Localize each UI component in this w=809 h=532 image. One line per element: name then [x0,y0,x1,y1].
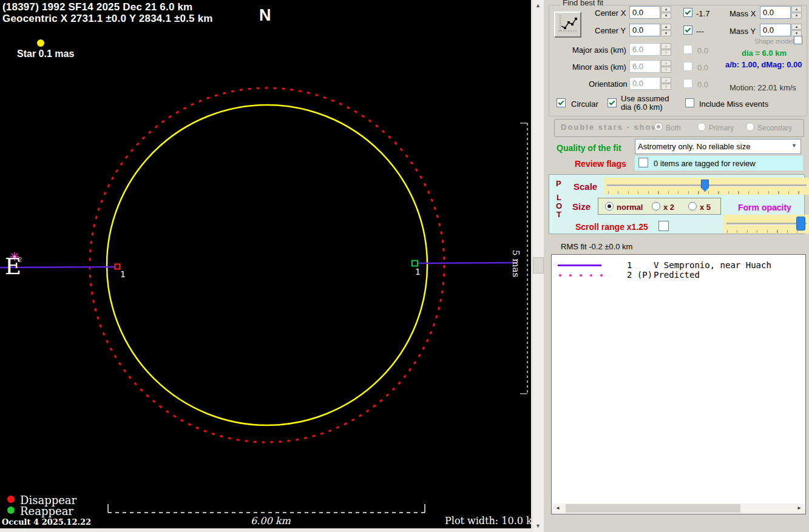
center-y-input[interactable]: 0.0 [629,24,660,36]
scroll-right-icon[interactable]: ► [795,504,804,513]
rms-fit-text: RMS fit -0.2 ±0.0 km [561,242,632,251]
mass-x-input[interactable]: 0.0 [760,6,791,19]
scroll-down-icon[interactable]: ▼ [533,522,543,530]
chord-right-number: 1 [415,267,420,277]
orientation-flag: 0.0 [697,80,708,89]
ab-dmag-text: a/b: 1.00, dMag: 0.00 [725,60,802,69]
quality-dropdown[interactable]: Astrometry only. No reliable size ▼ [635,139,801,154]
window-edge-strip [0,528,532,532]
find-best-fit-button[interactable] [554,12,581,38]
vertical-scale-label: 5 mas [510,250,521,277]
double-primary-label: Primary [709,124,734,132]
scale-slider-thumb[interactable] [701,180,709,192]
scroll-range-label: Scroll range x1.25 [575,222,648,232]
scroll-up-icon[interactable]: ▲ [533,1,543,10]
mass-y-input[interactable]: 0.0 [760,24,791,36]
predicted-dot [590,274,592,277]
major-axis-input: 6.0 [629,43,660,56]
spinner-down-icon: ▼ [661,13,671,19]
north-label: N [259,6,271,25]
quality-dropdown-value: Astrometry only. No reliable size [638,142,750,151]
predicted-dot [569,274,572,277]
mass-y-spinner[interactable]: ▲ ▼ [791,24,802,36]
mass-y-label: Mass Y [729,27,756,36]
size-x2-label: x 2 [663,203,674,212]
size-normal-radio[interactable] [605,202,614,210]
spinner-up-icon: ▲ [791,6,802,12]
plot-vertical-scrollbar[interactable]: ▲ ▼ [532,0,544,532]
center-y-spinner[interactable]: ▲ ▼ [661,24,671,36]
use-assumed-dia-checkbox[interactable] [608,98,617,107]
observation-row[interactable]: 1 V Sempronio, near Huach [552,260,805,269]
site2-label: 2 [18,256,22,263]
size-label: Size [572,201,591,212]
horizontal-scale-label: 6.00 km [251,515,291,527]
double-secondary-label: Secondary [757,124,792,132]
motion-text: Motion: 22.01 km/s [729,83,796,92]
orientation-input: 0.0 [629,77,660,90]
orientation-spinner: ▲ ▼ [661,77,671,90]
observation-row[interactable]: 2 (P) Predicted [552,269,805,279]
size-radio-group: normal x 2 x 5 [598,198,721,215]
plot-controls-section: P L O T Scale Size normal x 2 x 5 Form o… [549,174,805,234]
major-axis-label: Major axis (km) [572,45,626,55]
chart-icon [555,13,579,35]
review-flags-checkbox[interactable] [638,158,648,167]
size-x5-label: x 5 [700,203,711,212]
mass-x-spinner[interactable]: ▲ ▼ [791,6,802,19]
center-x-spinner[interactable]: ▲ ▼ [661,6,671,19]
spinner-up-icon: ▲ [661,24,671,30]
include-miss-label: Include Miss events [699,99,768,109]
size-x2-radio[interactable] [652,202,660,210]
spinner-up-icon: ▲ [661,43,671,49]
chord-1-post-segment [418,263,516,263]
predicted-size-dotted-circle [90,88,444,442]
occultation-plot-canvas: (18397) 1992 SF14 2025 Dec 21 6.0 km Geo… [0,0,532,528]
observation-num: 2 (P) [627,270,652,280]
orientation-label: Orientation [589,79,628,89]
fit-x-checkbox[interactable] [683,8,692,17]
disappear-marker-square [115,264,120,269]
predicted-dot [600,274,603,277]
chord-color-sample [558,264,601,266]
plot-shapes [0,0,531,528]
scroll-range-checkbox[interactable] [658,221,669,231]
form-opacity-slider-thumb[interactable] [796,217,805,231]
fit-y-checkbox[interactable] [683,25,692,35]
vertical-scrollbar-thumb[interactable] [533,257,544,274]
fitted-asteroid-circle [107,105,427,425]
scale-slider[interactable] [604,178,809,195]
list-horizontal-scrollbar[interactable]: ◄ ► [552,503,805,513]
observation-name: V Sempronio, near Huach [654,260,771,270]
center-y-label: Center Y [595,26,626,35]
fit-y-flag: --- [696,27,704,36]
predicted-dot [580,274,582,277]
shape-model-checkbox[interactable] [794,36,802,44]
observation-num: 1 [627,260,632,270]
spinner-down-icon: ▼ [661,30,671,36]
occult-app-window: (18397) 1992 SF14 2025 Dec 21 6.0 km Geo… [0,0,809,532]
circular-checkbox[interactable] [557,98,566,107]
horizontal-scrollbar-thumb[interactable] [566,504,740,513]
plot-letter-t: T [557,210,561,219]
star-size-dot [37,39,44,47]
minor-axis-fit-checkbox [683,62,692,71]
dropdown-arrow-icon[interactable]: ▼ [791,143,797,149]
double-stars-label: Double stars - show [561,123,659,132]
review-flags-label: Review flags [575,159,626,169]
star-size-label: Star 0.1 mas [17,49,74,59]
spinner-down-icon: ▼ [661,50,671,56]
minor-axis-input: 6.0 [629,60,660,73]
center-x-input[interactable]: 0.0 [629,6,660,19]
form-opacity-slider[interactable] [723,215,809,234]
observations-listbox[interactable]: 1 V Sempronio, near Huach 2 (P) Predicte… [551,254,806,514]
include-miss-checkbox[interactable] [685,98,694,107]
spinner-down-icon: ▼ [661,67,671,73]
plot-title-line2: Geocentric X 2731.1 ±0.0 Y 2834.1 ±0.5 k… [2,13,213,25]
reappear-marker-square [412,261,418,266]
plot-width-label: Plot width: 10.0 km [445,515,541,527]
size-x5-radio[interactable] [688,202,697,210]
scroll-left-icon[interactable]: ◄ [553,504,562,513]
double-both-label: Both [666,124,681,132]
plot-letter-o: O [556,201,562,210]
